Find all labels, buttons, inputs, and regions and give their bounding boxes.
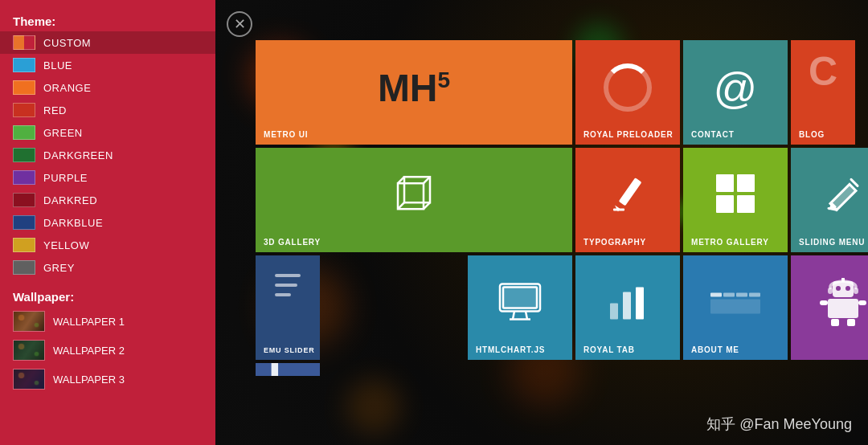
theme-label-yellow: YELLOW — [43, 239, 89, 251]
svg-rect-34 — [845, 286, 850, 291]
svg-rect-9 — [716, 174, 734, 192]
svg-rect-27 — [710, 293, 722, 297]
theme-label-custom: CUSTOM — [43, 37, 91, 49]
theme-item-custom[interactable]: CUSTOM — [0, 31, 215, 54]
theme-label-orange: ORANGE — [43, 82, 91, 94]
theme-swatch-purple — [13, 170, 35, 185]
svg-rect-25 — [623, 292, 631, 319]
tile-label-royal-tab: ABOUT ME — [691, 345, 739, 354]
main-area: ✕ MH5 METRO UI ROYAL PRELOADER @ CONTACT… — [215, 0, 868, 445]
svg-rect-8 — [613, 208, 624, 210]
at-icon: @ — [714, 63, 758, 112]
theme-item-red[interactable]: RED — [0, 99, 215, 121]
theme-item-yellow[interactable]: YELLOW — [0, 234, 215, 256]
svg-rect-24 — [610, 303, 618, 319]
wallpaper-item-2[interactable]: WALLPAPER 2 — [0, 336, 215, 365]
theme-label-red: RED — [43, 104, 67, 116]
svg-rect-18 — [275, 293, 291, 296]
theme-label-green: GREEN — [43, 127, 83, 139]
theme-swatch-blue — [13, 58, 35, 72]
cube-icon — [388, 167, 440, 222]
theme-swatch-custom — [13, 35, 35, 50]
svg-rect-12 — [737, 195, 755, 213]
svg-rect-31 — [710, 300, 760, 314]
tile-royal-tab[interactable]: ABOUT ME — [683, 255, 788, 360]
svg-rect-23 — [503, 287, 537, 308]
theme-item-darkblue[interactable]: DARKBLUE — [0, 211, 215, 234]
tile-label-blog: BLOG — [799, 130, 825, 139]
theme-item-purple[interactable]: PURPLE — [0, 166, 215, 189]
tile-label-metro-ui: METRO UI — [264, 130, 308, 139]
tile-about-me[interactable] — [791, 255, 868, 360]
monitor-icon — [497, 280, 543, 325]
svg-rect-10 — [737, 174, 755, 192]
svg-rect-42 — [854, 288, 858, 294]
tile-royal-preloader[interactable]: ROYAL PRELOADER — [575, 40, 680, 145]
tile-contact[interactable]: @ CONTACT — [683, 40, 788, 145]
svg-line-20 — [513, 311, 514, 319]
wallpaper-thumb-2 — [13, 340, 45, 361]
theme-swatch-green — [13, 125, 35, 140]
tabs-icon — [709, 292, 762, 319]
tile-metro-gallery[interactable]: METRO GALLERY — [683, 148, 788, 252]
theme-swatch-darkgreen — [13, 148, 35, 162]
svg-rect-29 — [736, 293, 747, 297]
tiles-container: MH5 METRO UI ROYAL PRELOADER @ CONTACT C… — [256, 40, 868, 421]
svg-rect-37 — [820, 300, 828, 305]
theme-item-darkred[interactable]: DARKRED — [0, 189, 215, 211]
tile-label-metro-gallery: METRO GALLERY — [691, 238, 769, 247]
close-button[interactable]: ✕ — [227, 11, 252, 37]
robot-icon — [820, 278, 866, 329]
tile-typography[interactable]: TYPOGRAPHY — [575, 148, 680, 252]
theme-swatch-grey — [13, 260, 35, 275]
sidebar: Theme: CUSTOM BLUE ORANGE RED GREEN DARK… — [0, 0, 215, 445]
tile-facebook[interactable]: f — [256, 363, 320, 376]
tile-sliding-menu[interactable]: SLIDING MENU — [791, 148, 868, 252]
timeline-icon — [272, 269, 304, 304]
theme-swatch-red — [13, 103, 35, 117]
tile-timeline[interactable]: EMU SLIDER — [256, 255, 320, 360]
theme-section-title: Theme: — [0, 10, 215, 31]
tile-label-contact: CONTACT — [691, 130, 735, 139]
theme-item-orange[interactable]: ORANGE — [0, 76, 215, 99]
tile-htmlchart[interactable]: ROYAL TAB — [575, 255, 680, 360]
grid-icon — [713, 171, 758, 219]
wallpaper-item-3[interactable]: WALLPAPER 3 — [0, 365, 215, 394]
theme-swatch-orange — [13, 80, 35, 95]
theme-item-grey[interactable]: GREY — [0, 256, 215, 279]
svg-rect-26 — [636, 287, 644, 319]
pencil-icon — [822, 173, 864, 218]
tile-emu-slider[interactable]: HTMLCHART.JS — [468, 255, 572, 360]
tile-label-typography: TYPOGRAPHY — [583, 238, 646, 247]
tile-metro-ui[interactable]: MH5 METRO UI — [256, 40, 572, 145]
svg-rect-28 — [723, 293, 735, 297]
wallpaper-item-1[interactable]: WALLPAPER 1 — [0, 307, 215, 336]
svg-rect-33 — [836, 286, 841, 291]
theme-label-darkgreen: DARKGREEN — [43, 149, 113, 161]
tile-blog[interactable]: C BLOG — [791, 40, 855, 145]
theme-swatch-yellow — [13, 238, 35, 252]
svg-line-13 — [851, 179, 858, 186]
svg-rect-36 — [828, 299, 858, 318]
theme-item-blue[interactable]: BLUE — [0, 54, 215, 76]
pen-icon — [607, 173, 649, 218]
svg-rect-30 — [749, 293, 760, 297]
wallpaper-label-3: WALLPAPER 3 — [53, 374, 125, 386]
svg-rect-40 — [847, 319, 855, 326]
theme-item-green[interactable]: GREEN — [0, 121, 215, 144]
svg-rect-41 — [828, 288, 833, 294]
tile-label-royal-preloader: ROYAL PRELOADER — [583, 130, 673, 139]
svg-rect-11 — [716, 195, 734, 213]
tile-label-emu-slider: HTMLCHART.JS — [476, 345, 545, 354]
theme-label-grey: GREY — [43, 262, 75, 274]
wallpaper-thumb-3 — [13, 369, 45, 390]
theme-item-darkgreen[interactable]: DARKGREEN — [0, 144, 215, 166]
fb-icon: f — [267, 363, 284, 376]
tile-label-htmlchart: ROYAL TAB — [583, 345, 635, 354]
tile-label-3d-gallery: 3D GALLERY — [264, 238, 321, 247]
theme-label-darkblue: DARKBLUE — [43, 217, 103, 229]
mh5-icon: MH5 — [378, 66, 450, 110]
tile-3d-gallery[interactable]: 3D GALLERY — [256, 148, 572, 252]
theme-swatch-darkred — [13, 193, 35, 207]
wallpaper-label-2: WALLPAPER 2 — [53, 345, 125, 357]
